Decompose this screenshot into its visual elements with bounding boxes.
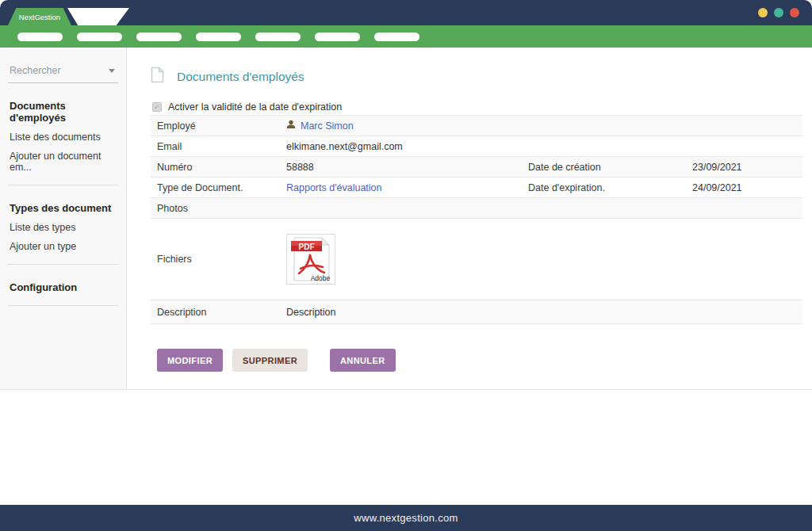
chevron-down-icon bbox=[109, 69, 115, 73]
description-label: Description bbox=[157, 307, 286, 318]
svg-text:Adobe: Adobe bbox=[311, 274, 331, 282]
date-expiration-label: Date d'expiration. bbox=[528, 182, 692, 193]
sidebar: Rechercher Documents d'employés Liste de… bbox=[0, 48, 127, 389]
numero-value: 58888 bbox=[286, 162, 528, 173]
nav-item-redacted[interactable] bbox=[77, 32, 122, 41]
sidebar-item-liste-des-types[interactable]: Liste des types bbox=[10, 222, 118, 233]
search-dropdown[interactable]: Rechercher bbox=[8, 63, 118, 83]
sidebar-item-ajouter-document[interactable]: Ajouter un document em... bbox=[10, 151, 118, 173]
document-details-table: Employé Marc Simon Email e bbox=[151, 115, 802, 324]
fichiers-label: Fichiers bbox=[157, 254, 286, 265]
window-close-dot[interactable] bbox=[790, 8, 799, 17]
supprimer-button[interactable]: SUPPRIMER bbox=[232, 349, 308, 372]
document-page-icon bbox=[151, 67, 164, 86]
date-creation-label: Date de création bbox=[528, 162, 692, 173]
nav-item-redacted[interactable] bbox=[255, 32, 301, 41]
table-row-employe: Employé Marc Simon bbox=[151, 116, 802, 136]
footer-url: www.nextgestion.com bbox=[354, 512, 458, 524]
expiration-validity-checkbox[interactable]: ✔ bbox=[152, 102, 162, 112]
sidebar-heading-documents-employes: Documents d'employés bbox=[10, 100, 118, 124]
redacted-tab[interactable] bbox=[67, 8, 129, 25]
sidebar-heading-types-document: Types des document bbox=[10, 202, 118, 214]
email-label: Email bbox=[157, 141, 286, 152]
nav-item-redacted[interactable] bbox=[136, 32, 182, 41]
nav-item-redacted[interactable] bbox=[315, 32, 360, 41]
date-creation-value: 23/09/2021 bbox=[692, 162, 802, 173]
sidebar-item-liste-des-documents[interactable]: Liste des documents bbox=[10, 132, 118, 143]
pdf-file-thumbnail[interactable]: PDF Adobe bbox=[286, 234, 335, 285]
description-value: Description bbox=[286, 307, 528, 318]
date-expiration-value: 24/09/2021 bbox=[692, 182, 802, 193]
window-minimize-dot[interactable] bbox=[758, 8, 768, 17]
window-controls bbox=[758, 8, 799, 17]
table-row-fichiers: Fichiers PDF bbox=[151, 219, 802, 300]
nav-item-redacted[interactable] bbox=[196, 32, 241, 41]
sidebar-divider bbox=[8, 264, 118, 265]
sidebar-divider bbox=[8, 305, 118, 306]
table-row-email: Email elkimane.next@gmail.com bbox=[151, 136, 802, 157]
brand-tab[interactable]: NextGestion bbox=[8, 8, 71, 25]
expiration-validity-label: Activer la validité de la date d'expirat… bbox=[168, 101, 342, 113]
window-maximize-dot[interactable] bbox=[774, 8, 783, 17]
pdf-adobe-icon: PDF Adobe bbox=[288, 235, 334, 283]
table-row-numero: Numéro 58888 Date de création 23/09/2021 bbox=[151, 157, 802, 178]
action-buttons: MODIFIER SUPPRIMER ANNULER bbox=[157, 349, 802, 372]
search-placeholder: Rechercher bbox=[10, 65, 61, 76]
brand-label: NextGestion bbox=[19, 13, 60, 21]
type-document-link[interactable]: Rapports d'évaluation bbox=[286, 182, 528, 193]
table-row-type-document: Type de Document. Rapports d'évaluation … bbox=[151, 178, 802, 198]
annuler-button[interactable]: ANNULER bbox=[330, 349, 396, 372]
user-icon bbox=[286, 120, 296, 132]
app-window: NextGestion Rechercher Documents d'emplo… bbox=[0, 0, 812, 531]
nav-item-redacted[interactable] bbox=[374, 32, 419, 41]
table-row-photos: Photos bbox=[151, 198, 802, 219]
employe-label: Employé bbox=[157, 120, 286, 132]
type-document-label: Type de Document. bbox=[157, 182, 286, 193]
titlebar: NextGestion bbox=[0, 0, 812, 25]
footer: www.nextgestion.com bbox=[0, 505, 812, 531]
table-row-description: Description Description bbox=[151, 300, 802, 324]
main-panel: Documents d'employés ✔ Activer la validi… bbox=[127, 48, 812, 389]
nav-item-redacted[interactable] bbox=[17, 32, 63, 41]
numero-label: Numéro bbox=[157, 162, 286, 173]
main-nav bbox=[0, 25, 812, 48]
email-value: elkimane.next@gmail.com bbox=[286, 141, 528, 152]
empty-space bbox=[0, 390, 812, 505]
photos-label: Photos bbox=[157, 203, 286, 214]
content-area: Rechercher Documents d'employés Liste de… bbox=[0, 48, 812, 390]
sidebar-divider bbox=[8, 185, 118, 185]
page-title: Documents d'employés bbox=[177, 70, 304, 84]
sidebar-heading-configuration[interactable]: Configuration bbox=[10, 281, 118, 293]
sidebar-item-ajouter-type[interactable]: Ajouter un type bbox=[10, 241, 118, 252]
employee-link[interactable]: Marc Simon bbox=[301, 120, 354, 132]
svg-text:PDF: PDF bbox=[299, 243, 315, 251]
modifier-button[interactable]: MODIFIER bbox=[157, 349, 223, 372]
